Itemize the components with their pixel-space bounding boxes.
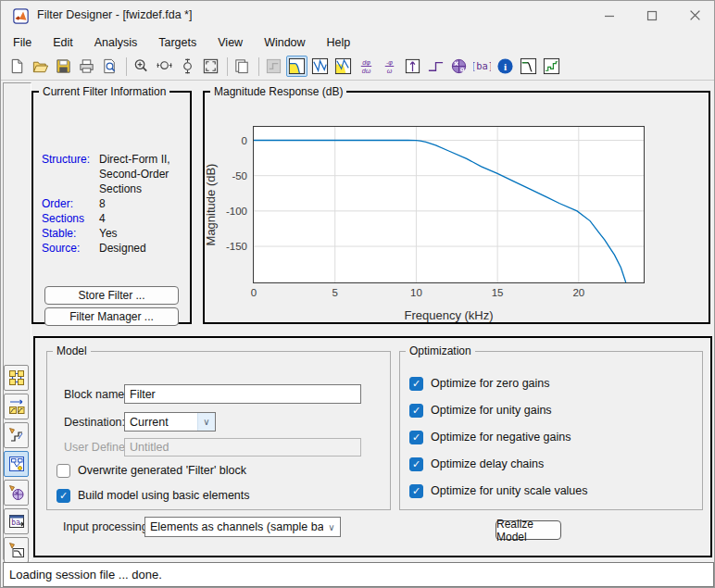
matlab-app-icon [13,8,29,24]
multirate-filter-icon [7,369,26,387]
sidebar-button-quantization-parameters[interactable] [4,422,29,448]
menu-item-window[interactable]: Window [261,34,307,51]
round-off-noise-icon[interactable] [541,56,562,77]
impulse-response-icon[interactable] [402,56,423,77]
transform-filter-icon [7,397,26,416]
print-icon[interactable] [76,56,97,77]
menu-item-targets[interactable]: Targets [156,34,199,51]
new-session-icon[interactable] [6,56,28,77]
checkbox-label: Optimize for unity gains [431,404,552,417]
filter-specifications-icon[interactable] [518,56,539,77]
checkbox-optimize-for-unity-gains[interactable]: ✓Optimize for unity gains [409,403,588,418]
magnitude-response-plot: Frequency (kHz) Magnitude (dB) 051015200… [253,126,645,283]
pole-zero-editor-icon [7,483,26,502]
full-view-icon[interactable] [200,56,221,77]
chart-title: Magnitude Response (dB) [210,85,346,98]
zoom-y-icon[interactable] [177,56,198,77]
optimization-group-title: Optimization [406,344,475,357]
close-icon [689,9,701,21]
input-processing-value: Elements as channels (sample based) [145,520,323,533]
toolbar-separator [227,57,228,76]
zoom-in-icon[interactable] [131,56,152,77]
menu-item-analysis[interactable]: Analysis [92,34,141,51]
maximize-button[interactable] [631,1,673,30]
y-tick-label: -50 [232,170,247,181]
checked-checkbox-icon[interactable]: ✓ [409,404,423,418]
save-session-icon[interactable] [53,56,74,77]
magnitude-and-phase-response-icon[interactable] [332,56,354,77]
filter-information-icon[interactable]: i [495,56,516,77]
realize-model-button[interactable]: Realize Model [495,520,561,540]
checkbox-optimize-for-zero-gains[interactable]: ✓Optimize for zero gains [409,376,588,391]
checked-checkbox-icon[interactable]: ✓ [409,457,423,471]
checkbox-overwrite-generated-filter-block[interactable]: Overwrite generated 'Filter' block [56,463,250,478]
menu-item-edit[interactable]: Edit [50,34,76,51]
store-filter-button[interactable]: Store Filter ... [44,286,179,305]
sidebar-button-realize-model[interactable] [4,451,29,477]
zoom-x-icon[interactable] [154,56,175,77]
magnitude-response-icon[interactable] [286,56,307,77]
pole-zero-plot-icon[interactable] [448,56,470,77]
filter-info-rows: Structure: Direct-Form II, Second-Order … [42,152,170,256]
filter-manager-button[interactable]: Filter Manager ... [44,307,179,326]
status-bar: Loading session file ... done. [3,562,714,587]
checked-checkbox-icon[interactable]: ✓ [56,489,70,503]
svg-text:ba: ba [11,519,20,527]
toolbar: dφdω -φω [ba] i [1,54,714,79]
sidebar-button-pole-zero-editor[interactable] [4,480,29,506]
info-row-source: Source: Designed [42,241,170,256]
checkbox-optimize-for-negative-gains[interactable]: ✓Optimize for negative gains [409,430,588,444]
sidebar-button-import-filter[interactable]: ba [4,508,29,534]
checked-checkbox-icon[interactable]: ✓ [409,377,423,391]
menu-item-file[interactable]: File [10,34,34,51]
checkbox-optimize-for-unity-scale-values[interactable]: ✓Optimize for unity scale values [409,483,588,498]
info-row-structure: Structure: Direct-Form II, Second-Order … [42,152,170,196]
info-value: 8 [99,196,106,211]
input-processing-dropdown[interactable]: Elements as channels (sample based) ∨ [144,517,341,537]
x-tick-label: 15 [492,287,504,298]
model-group: Model Block name: Filter Destination: Cu… [46,351,391,510]
block-name-input[interactable]: Filter [124,384,361,404]
checkbox-label: Build model using basic elements [78,489,250,502]
info-label: Source: [42,241,99,256]
checked-checkbox-icon[interactable]: ✓ [409,431,423,444]
step-response-icon[interactable] [425,56,446,77]
info-label: Structure: [42,152,99,196]
sidebar-button-design-filter[interactable] [4,537,29,563]
menu-item-help[interactable]: Help [324,34,354,51]
sidebar-button-transform-filter[interactable] [4,394,29,419]
x-tick-label: 20 [572,287,584,298]
info-label: Order: [42,196,99,211]
y-tick-label: 0 [242,135,247,146]
open-session-icon[interactable] [30,56,51,77]
title-bar[interactable]: Filter Designer - [fwizdef.fda *] [1,1,714,31]
info-row-order: Order: 8 [42,196,170,211]
unchecked-checkbox-icon[interactable] [56,464,70,478]
svg-text:-φ: -φ [386,59,393,67]
print-preview-icon[interactable] [99,56,120,77]
minimize-icon [604,10,615,21]
filter-coefficients-icon[interactable]: [ba] [471,56,493,77]
toolbar-divider [1,80,714,81]
design-filter-icon [7,541,26,559]
info-value: Yes [99,226,118,241]
phase-response-icon[interactable] [309,56,331,77]
info-label: Sections [42,211,99,226]
chevron-down-icon: ∨ [323,518,340,536]
close-button[interactable] [673,1,715,30]
checkbox-label: Optimize for unity scale values [431,484,588,497]
minimize-button[interactable] [588,1,631,30]
menu-bar: FileEditAnalysisTargetsViewWindowHelp [1,31,714,54]
model-checkboxes: Overwrite generated 'Filter' block✓Build… [56,463,250,513]
phase-delay-icon[interactable]: -φω [379,56,400,77]
sidebar-button-multirate-filter[interactable] [4,365,29,391]
destination-dropdown[interactable]: Current ∨ [124,412,216,432]
checked-checkbox-icon[interactable]: ✓ [409,484,423,498]
group-delay-icon[interactable]: dφdω [356,56,377,77]
copy-icon[interactable] [232,56,253,77]
menu-item-view[interactable]: View [215,34,245,51]
checkbox-build-model-using-basic-elements[interactable]: ✓Build model using basic elements [56,488,250,503]
checkbox-optimize-delay-chains[interactable]: ✓Optimize delay chains [409,457,588,471]
toolbar-separator [258,57,259,76]
info-value: Designed [99,241,146,256]
